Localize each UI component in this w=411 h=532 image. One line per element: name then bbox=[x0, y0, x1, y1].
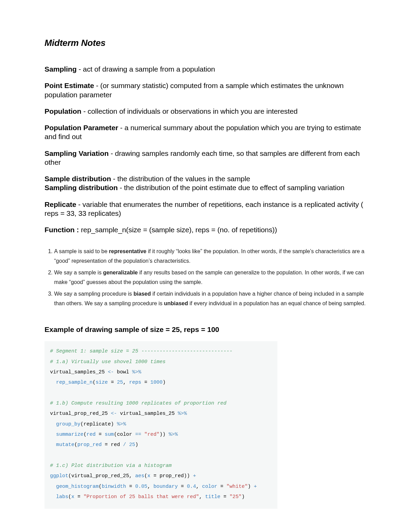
code-operator: / bbox=[123, 442, 126, 447]
text-replicate: - variable that enumerates the number of… bbox=[45, 200, 363, 217]
note-2: We say a sample is generalizable if any … bbox=[54, 268, 366, 287]
code-text: (virtual_prop_red_25, bbox=[68, 473, 135, 479]
code-operator: %>% bbox=[117, 421, 126, 427]
code-function: aes bbox=[135, 473, 145, 479]
code-text: = bbox=[108, 380, 117, 385]
code-param: x bbox=[71, 494, 74, 499]
code-text: ) bbox=[248, 484, 254, 489]
code-param: color bbox=[202, 484, 217, 489]
code-text bbox=[50, 484, 56, 489]
code-function: geom_histogram bbox=[56, 484, 99, 489]
code-text: , bbox=[123, 380, 129, 385]
code-text: ) bbox=[242, 494, 245, 499]
note-3-bold2: unbiased bbox=[164, 300, 188, 306]
definition-distributions-group: Sample distribution - the distribution o… bbox=[45, 174, 366, 193]
code-text: (color bbox=[114, 432, 135, 437]
code-string: "25" bbox=[229, 494, 242, 499]
term-population-parameter: Population Parameter bbox=[45, 124, 118, 132]
code-function: sum bbox=[105, 432, 114, 437]
code-text: = bbox=[96, 432, 105, 437]
code-param: reps bbox=[129, 380, 141, 385]
term-replicate: Replicate bbox=[45, 200, 76, 208]
definition-sample-distribution: Sample distribution - the distribution o… bbox=[45, 174, 366, 183]
numbered-notes: A sample is said to be representative if… bbox=[45, 247, 366, 308]
code-text: bowl bbox=[114, 369, 132, 375]
code-number: 1000 bbox=[150, 380, 163, 385]
code-comment: # 1.b) Compute resulting 1000 replicates… bbox=[50, 400, 226, 406]
definition-sampling-distribution: Sampling distribution - the distribution… bbox=[45, 183, 366, 192]
code-text bbox=[50, 432, 56, 437]
code-string: "red" bbox=[144, 432, 159, 437]
text-function: rep_sample_n(size = (sample size), reps … bbox=[79, 226, 277, 234]
note-3: We say a sampling procedure is biased if… bbox=[54, 289, 366, 308]
code-text: = red bbox=[102, 442, 123, 447]
code-operator: <- bbox=[111, 411, 117, 416]
example-heading: Example of drawing sample of size = 25, … bbox=[45, 325, 366, 334]
text-sampling-distribution: - the distribution of the point estimate… bbox=[118, 184, 345, 191]
code-text: = bbox=[220, 494, 229, 499]
code-function: group_by bbox=[56, 421, 80, 427]
code-text: ( bbox=[99, 484, 102, 489]
code-text: , bbox=[199, 494, 205, 499]
note-3-pre: We say a sampling procedure is bbox=[54, 291, 134, 297]
code-text: = bbox=[178, 484, 187, 489]
code-comment: # 1.c) Plot distribution via a histogram bbox=[50, 463, 172, 468]
code-operator: + bbox=[254, 484, 257, 489]
code-param: x bbox=[147, 473, 150, 479]
term-population: Population bbox=[45, 107, 82, 115]
code-string: "Proportion of 25 balls that were red" bbox=[84, 494, 199, 499]
definition-population: Population - collection of individuals o… bbox=[45, 107, 366, 116]
definition-function: Function : rep_sample_n(size = (sample s… bbox=[45, 225, 366, 234]
term-sampling-variation: Sampling Variation bbox=[45, 149, 109, 157]
note-2-bold: generalizable bbox=[103, 270, 138, 275]
code-text: = prop_red)) bbox=[150, 473, 193, 479]
code-text: ( bbox=[144, 473, 147, 479]
term-function: Function : bbox=[45, 226, 79, 234]
code-operator: %>% bbox=[169, 432, 178, 437]
code-text: virtual_prop_red_25 bbox=[50, 411, 111, 416]
note-1-pre: A sample is said to be bbox=[54, 248, 109, 254]
note-3-post: if every individual in a population has … bbox=[188, 300, 366, 306]
code-text: , bbox=[147, 484, 153, 489]
code-text bbox=[141, 432, 144, 437]
code-number: 0.4 bbox=[187, 484, 196, 489]
code-text bbox=[126, 442, 129, 447]
code-text: = bbox=[141, 380, 150, 385]
note-1: A sample is said to be representative if… bbox=[54, 247, 366, 266]
code-text: ( bbox=[74, 442, 77, 447]
definition-point-estimate: Point Estimate - (or summary statistic) … bbox=[45, 81, 366, 99]
term-sampling-distribution: Sampling distribution bbox=[45, 184, 118, 191]
code-text: = bbox=[74, 494, 84, 499]
code-function: summarize bbox=[56, 432, 84, 437]
code-param: red bbox=[87, 432, 96, 437]
code-text bbox=[50, 442, 56, 447]
code-function: ggplot bbox=[50, 473, 68, 479]
text-sample-distribution: - the distribution of the values in the … bbox=[111, 175, 250, 183]
note-3-bold1: biased bbox=[134, 291, 151, 297]
code-param: prop_red bbox=[77, 442, 102, 447]
text-sampling: - act of drawing a sample from a populat… bbox=[77, 65, 215, 73]
definition-replicate: Replicate - variable that enumerates the… bbox=[45, 200, 366, 218]
code-text: = bbox=[126, 484, 135, 489]
code-number: 25 bbox=[129, 442, 135, 447]
definition-sampling-variation: Sampling Variation - drawing samples ran… bbox=[45, 149, 366, 167]
code-text: = bbox=[217, 484, 226, 489]
note-2-pre: We say a sample is bbox=[54, 270, 103, 275]
note-1-bold: representative bbox=[109, 248, 146, 254]
code-operator: %>% bbox=[132, 369, 141, 375]
definition-population-parameter: Population Parameter - a numerical summa… bbox=[45, 123, 366, 141]
code-operator: + bbox=[193, 473, 196, 479]
code-text: virtual_samples_25 bbox=[50, 369, 108, 375]
code-param: size bbox=[96, 380, 108, 385]
code-comment: # Segment 1: sample size = 25 ----------… bbox=[50, 348, 233, 354]
text-population: - collection of individuals or observati… bbox=[82, 107, 298, 115]
code-function: mutate bbox=[56, 442, 74, 447]
code-text bbox=[50, 421, 56, 427]
code-text: ( bbox=[92, 380, 96, 385]
code-text: , bbox=[196, 484, 202, 489]
code-text bbox=[50, 380, 56, 385]
code-operator: %>% bbox=[178, 411, 187, 416]
code-param: binwidth bbox=[102, 484, 126, 489]
document-page: Midterm Notes Sampling - act of drawing … bbox=[0, 0, 411, 522]
term-point-estimate: Point Estimate bbox=[45, 82, 94, 89]
